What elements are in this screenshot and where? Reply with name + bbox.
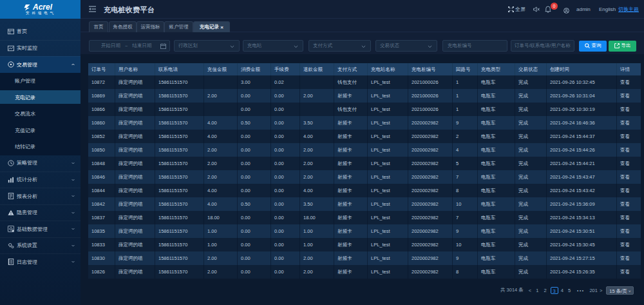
svg-text:安科瑞电气: 安科瑞电气	[26, 11, 56, 15]
svg-text:Acrel: Acrel	[32, 3, 53, 12]
